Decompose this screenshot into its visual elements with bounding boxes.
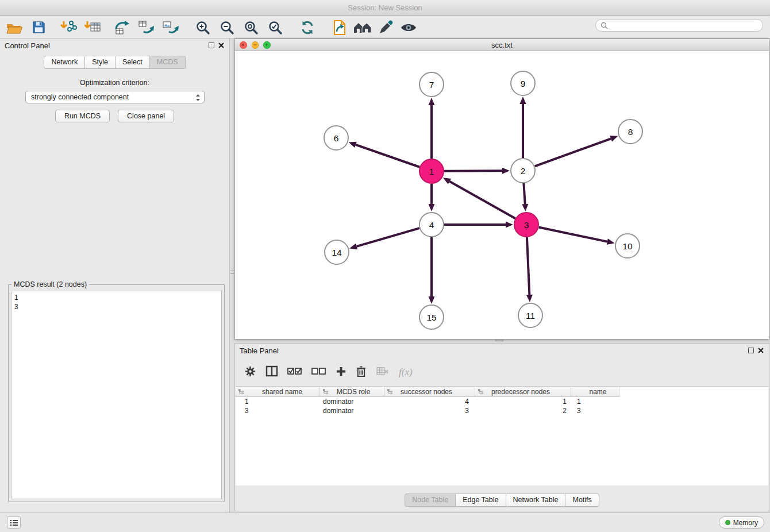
column-header-mcds-role[interactable]: MCDS role <box>320 387 384 397</box>
network-canvas[interactable]: 7968124314101511 <box>235 51 769 339</box>
graph-edge[interactable] <box>356 145 419 167</box>
tab-edge-table[interactable]: Edge Table <box>456 494 506 507</box>
column-header-shared-name[interactable]: shared name <box>236 387 320 397</box>
tab-network-table[interactable]: Network Table <box>506 494 566 507</box>
cell-shared-name[interactable]: 3 <box>236 406 320 415</box>
graph-node-7[interactable]: 7 <box>419 72 444 97</box>
edge-arrowhead <box>429 204 435 211</box>
tab-motifs[interactable]: Motifs <box>565 494 599 507</box>
table-panel-header: Table Panel <box>235 344 769 358</box>
open-session-button[interactable] <box>5 18 24 37</box>
namespace-icon <box>478 388 484 395</box>
table-row[interactable]: 1 dominator 4 1 1 <box>236 397 768 406</box>
graph-edge[interactable] <box>527 237 529 295</box>
minimize-window-icon[interactable] <box>252 41 259 49</box>
column-header-name[interactable]: name <box>571 387 619 397</box>
refresh-view-button[interactable] <box>298 18 317 37</box>
graph-node-3[interactable]: 3 <box>514 213 538 237</box>
tab-mcds[interactable]: MCDS <box>150 56 186 69</box>
save-session-button[interactable] <box>29 18 48 37</box>
cell-mcds-role[interactable]: dominator <box>320 397 384 406</box>
memory-button[interactable]: Memory <box>719 516 764 529</box>
zoom-out-button[interactable] <box>217 18 237 37</box>
network-view-window: scc.txt 7968124314101511 <box>234 38 769 340</box>
graph-edge[interactable] <box>535 138 611 166</box>
table-row[interactable]: 3 dominator 3 2 3 <box>236 406 768 415</box>
float-panel-icon[interactable] <box>209 43 214 48</box>
cell-shared-name[interactable]: 1 <box>236 397 320 406</box>
vertical-splitter-handle[interactable] <box>230 261 234 280</box>
memory-label: Memory <box>733 519 758 527</box>
cell-predecessor-nodes[interactable]: 1 <box>475 397 571 406</box>
cell-name[interactable]: 3 <box>571 406 619 415</box>
home-button[interactable] <box>353 18 372 37</box>
criterion-dropdown[interactable]: strongly connected component <box>25 91 205 103</box>
cell-name[interactable]: 1 <box>571 397 619 406</box>
add-row-button[interactable] <box>336 366 346 379</box>
close-panel-button[interactable]: Close panel <box>118 110 174 122</box>
graph-edge[interactable] <box>357 228 419 246</box>
graph-node-8[interactable]: 8 <box>618 119 642 144</box>
search-input[interactable] <box>611 21 758 29</box>
snapshot-button[interactable] <box>330 18 349 37</box>
delete-row-button[interactable] <box>356 365 367 380</box>
column-header-successor-nodes[interactable]: successor nodes <box>384 387 475 397</box>
node-label: 1 <box>429 167 434 176</box>
graph-edge[interactable] <box>449 182 515 219</box>
graph-node-6[interactable]: 6 <box>324 126 348 150</box>
apply-style-button[interactable] <box>376 18 395 37</box>
run-mcds-button[interactable]: Run MCDS <box>55 110 110 122</box>
tab-style[interactable]: Style <box>85 56 116 69</box>
zoom-window-icon[interactable] <box>263 41 271 49</box>
cell-predecessor-nodes[interactable]: 2 <box>475 406 571 415</box>
cell-successor-nodes[interactable]: 4 <box>384 397 475 406</box>
close-window-icon[interactable] <box>240 41 247 49</box>
show-graphics-button[interactable] <box>399 18 418 37</box>
network-window-titlebar: scc.txt <box>235 39 769 51</box>
zoom-in-button[interactable] <box>193 18 213 37</box>
table-delete-icon <box>376 366 390 376</box>
close-panel-icon[interactable] <box>218 42 225 49</box>
graph-edge[interactable] <box>444 171 502 171</box>
graph-node-1[interactable]: 1 <box>419 159 444 183</box>
import-network-button[interactable] <box>59 18 78 37</box>
mcds-result-title: MCDS result (2 nodes) <box>11 280 89 288</box>
column-header-predecessor-nodes[interactable]: predecessor nodes <box>475 387 571 397</box>
edge-arrowhead <box>349 142 357 148</box>
node-label: 2 <box>521 166 526 176</box>
graph-edge[interactable] <box>539 228 607 242</box>
graph-node-2[interactable]: 2 <box>511 159 535 183</box>
graph-node-10[interactable]: 10 <box>615 234 640 258</box>
graph-node-9[interactable]: 9 <box>511 71 535 95</box>
snapshot-icon <box>332 20 347 36</box>
graph-node-11[interactable]: 11 <box>518 303 542 327</box>
search-field[interactable] <box>595 19 763 32</box>
cell-successor-nodes[interactable]: 3 <box>384 406 475 415</box>
column-label: shared name <box>262 388 302 396</box>
tab-network[interactable]: Network <box>44 56 85 69</box>
node-label: 4 <box>429 220 434 230</box>
task-history-button[interactable] <box>7 516 21 529</box>
zoom-fit-button[interactable] <box>241 18 261 37</box>
table-settings-button[interactable] <box>244 365 256 380</box>
tab-select[interactable]: Select <box>116 56 150 69</box>
column-label: name <box>589 388 606 396</box>
deselect-all-rows-button[interactable] <box>311 367 326 378</box>
cell-mcds-role[interactable]: dominator <box>320 406 384 415</box>
tab-node-table[interactable]: Node Table <box>405 494 456 507</box>
mcds-result-list[interactable]: 1 3 <box>11 291 222 499</box>
graph-edge[interactable] <box>523 183 525 204</box>
export-network-button[interactable] <box>137 18 156 37</box>
zoom-selected-button[interactable] <box>265 18 285 37</box>
graph-node-14[interactable]: 14 <box>325 240 349 264</box>
import-table-button[interactable] <box>83 18 102 37</box>
float-table-panel-icon[interactable] <box>748 348 754 353</box>
new-network-view-button[interactable] <box>113 18 132 37</box>
close-table-panel-icon[interactable] <box>757 347 764 354</box>
show-columns-button[interactable] <box>265 365 278 379</box>
graph-node-4[interactable]: 4 <box>419 213 444 237</box>
select-all-rows-button[interactable] <box>287 367 302 378</box>
graph-node-15[interactable]: 15 <box>419 305 444 329</box>
export-image-button[interactable] <box>161 18 180 37</box>
zoom-selected-icon <box>268 20 283 35</box>
